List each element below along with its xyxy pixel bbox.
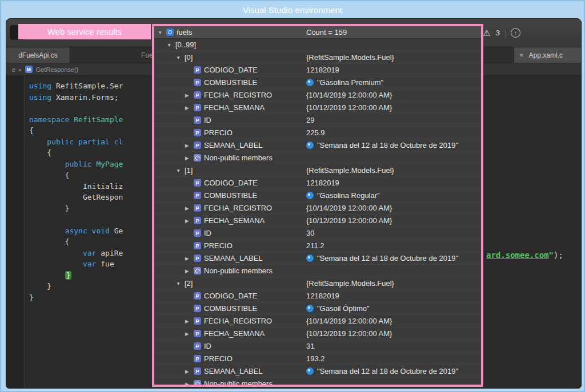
- expand-arrow-icon[interactable]: ▶: [185, 218, 194, 224]
- watch-name-cell: ▶PFECHA_SEMANA: [154, 329, 306, 338]
- breadcrumb-scope[interactable]: e: [12, 66, 15, 73]
- string-visualizer-icon[interactable]: [306, 367, 314, 375]
- update-icon[interactable]: ↑: [511, 28, 520, 38]
- expand-arrow-icon[interactable]: ▼: [176, 55, 185, 60]
- watch-property-row[interactable]: ▶PSEMANA_LABEL"Semana del 12 al 18 de Oc…: [154, 139, 481, 152]
- watch-value: {RefitSample.Models.Fuel}: [306, 166, 394, 175]
- watch-value-cell: Count = 159: [306, 28, 481, 37]
- watch-value-cell: 193.2: [306, 354, 481, 363]
- method-badge-icon: M: [25, 66, 33, 73]
- expand-arrow-icon[interactable]: ▶: [185, 318, 194, 324]
- watch-value: {10/12/2019 12:00:00 AM}: [306, 103, 392, 112]
- watch-name-cell: PCODIGO_DATE: [154, 66, 306, 74]
- watch-nonpublic-row[interactable]: ▶Non-public members: [154, 265, 481, 277]
- watch-name: SEMANA_LABEL: [204, 254, 263, 262]
- expand-arrow-icon[interactable]: ▶: [185, 268, 194, 274]
- code-token: Ge: [114, 227, 123, 235]
- code-line: }: [29, 270, 153, 281]
- expand-arrow-icon[interactable]: ▶: [185, 205, 194, 211]
- property-icon: P: [194, 254, 201, 262]
- code-token: using: [29, 82, 56, 90]
- non-public-members-icon: [194, 154, 201, 161]
- watch-name-cell: PID: [154, 342, 306, 350]
- watch-value: 225.9: [306, 128, 325, 137]
- expand-arrow-icon[interactable]: ▼: [167, 42, 175, 48]
- code-line: [29, 214, 153, 225]
- expand-arrow-icon[interactable]: ▼: [158, 30, 166, 35]
- watch-nonpublic-row[interactable]: ▶Non-public members: [154, 152, 481, 164]
- watch-property-row[interactable]: PID31: [154, 340, 481, 353]
- string-visualizer-icon[interactable]: [306, 192, 314, 199]
- expand-arrow-icon[interactable]: ▶: [185, 105, 194, 111]
- watch-name: [2]: [185, 279, 193, 288]
- tab-appxaml-label: App.xaml.c: [529, 51, 563, 59]
- watch-property-row[interactable]: PCOMBUSTIBLE"Gasoil Óptimo": [154, 302, 481, 315]
- watch-property-row[interactable]: ▶PFECHA_SEMANA{10/12/2019 12:00:00 AM}: [154, 215, 481, 227]
- watch-nonpublic-row[interactable]: ▶Non-public members: [154, 378, 481, 387]
- breadcrumb-method[interactable]: GetResponse(): [36, 66, 79, 73]
- watch-name-cell: ▼[0]: [154, 53, 306, 62]
- non-public-members-icon: [194, 380, 201, 387]
- watch-property-row[interactable]: PCOMBUSTIBLE"Gasolina Premium": [154, 76, 481, 89]
- watch-value-cell: {RefitSample.Models.Fuel}: [306, 166, 481, 175]
- watch-value-cell: "Semana del 12 al 18 de Octubre de 2019": [306, 254, 481, 262]
- watch-property-row[interactable]: ▶PFECHA_SEMANA{10/12/2019 12:00:00 AM}: [154, 102, 481, 114]
- expand-arrow-icon[interactable]: ▶: [185, 92, 194, 98]
- watch-value: {10/14/2019 12:00:00 AM}: [306, 204, 392, 212]
- tab-fuelsapi[interactable]: dFuelsApi.cs: [6, 47, 70, 63]
- watch-property-row[interactable]: PCODIGO_DATE12182019: [154, 290, 481, 302]
- string-visualizer-icon[interactable]: [306, 254, 314, 262]
- watch-property-row[interactable]: PCOMBUSTIBLE"Gasolina Regular": [154, 189, 481, 202]
- watch-value-cell: "Semana del 12 al 18 de Octubre de 2019": [306, 367, 481, 375]
- watch-index-row[interactable]: ▼[0]{RefitSample.Models.Fuel}: [154, 51, 481, 64]
- expand-arrow-icon[interactable]: ▶: [185, 381, 194, 387]
- watch-value-cell: 31: [306, 342, 481, 350]
- code-line: }: [29, 292, 153, 304]
- watch-property-row[interactable]: ▶PFECHA_REGISTRO{10/14/2019 12:00:00 AM}: [154, 202, 481, 215]
- property-icon: P: [194, 242, 201, 249]
- code-token: namespace: [29, 115, 74, 124]
- watch-property-row[interactable]: PID30: [154, 227, 481, 240]
- watch-name: PRECIO: [204, 241, 233, 250]
- watch-value: "Gasolina Premium": [317, 78, 383, 87]
- tab-partial-label: Fue: [141, 51, 153, 59]
- expand-arrow-icon[interactable]: ▶: [185, 256, 194, 261]
- warning-icon[interactable]: ⚠: [483, 28, 490, 38]
- expand-arrow-icon[interactable]: ▶: [185, 143, 194, 148]
- watch-property-row[interactable]: PPRECIO225.9: [154, 127, 481, 139]
- string-visualizer-icon[interactable]: [306, 142, 314, 149]
- expand-arrow-icon[interactable]: ▼: [176, 168, 185, 173]
- expand-arrow-icon[interactable]: ▶: [185, 331, 194, 337]
- close-icon[interactable]: ×: [519, 51, 524, 59]
- property-icon: P: [194, 330, 201, 337]
- expand-arrow-icon[interactable]: ▶: [185, 369, 194, 374]
- tab-appxaml[interactable]: × App.xaml.c: [514, 47, 581, 63]
- watch-property-row[interactable]: ▶PSEMANA_LABEL"Semana del 12 al 18 de Oc…: [154, 365, 481, 378]
- watch-property-row[interactable]: ▶PFECHA_REGISTRO{10/14/2019 12:00:00 AM}: [154, 315, 481, 328]
- watch-property-row[interactable]: ▶PFECHA_REGISTRO{10/14/2019 12:00:00 AM}: [154, 89, 481, 102]
- code-token: [29, 271, 65, 280]
- property-icon: P: [194, 91, 201, 99]
- expand-arrow-icon[interactable]: ▼: [176, 281, 185, 286]
- expand-arrow-icon[interactable]: ▶: [185, 155, 194, 161]
- watch-range-row[interactable]: ▼[0..99]: [154, 39, 481, 51]
- watch-property-row[interactable]: PCODIGO_DATE12182019: [154, 177, 481, 189]
- collection-icon: [166, 29, 174, 36]
- watch-index-row[interactable]: ▼[1]{RefitSample.Models.Fuel}: [154, 164, 481, 177]
- debugger-datatip[interactable]: ▼fuelsCount = 159▼[0..99]▼[0]{RefitSampl…: [152, 24, 483, 387]
- watch-property-row[interactable]: PPRECIO211.2: [154, 240, 481, 252]
- watch-root-row[interactable]: ▼fuelsCount = 159: [154, 26, 481, 39]
- watch-property-row[interactable]: ▶PFECHA_SEMANA{10/12/2019 12:00:00 AM}: [154, 328, 481, 340]
- watch-property-row[interactable]: PCODIGO_DATE12182019: [154, 64, 481, 76]
- watch-property-row[interactable]: PID29: [154, 114, 481, 127]
- string-visualizer-icon[interactable]: [306, 79, 314, 86]
- tab-partial[interactable]: Fue: [141, 47, 153, 63]
- watch-value-cell: {10/14/2019 12:00:00 AM}: [306, 91, 481, 99]
- watch-property-row[interactable]: PPRECIO193.2: [154, 353, 481, 365]
- watch-name-cell: ▶Non-public members: [154, 266, 306, 275]
- string-visualizer-icon[interactable]: [306, 305, 314, 312]
- watch-index-row[interactable]: ▼[2]{RefitSample.Models.Fuel}: [154, 277, 481, 290]
- code-line: namespace RefitSample: [29, 114, 153, 126]
- watch-property-row[interactable]: ▶PSEMANA_LABEL"Semana del 12 al 18 de Oc…: [154, 252, 481, 265]
- watch-name-cell: PCODIGO_DATE: [154, 292, 306, 300]
